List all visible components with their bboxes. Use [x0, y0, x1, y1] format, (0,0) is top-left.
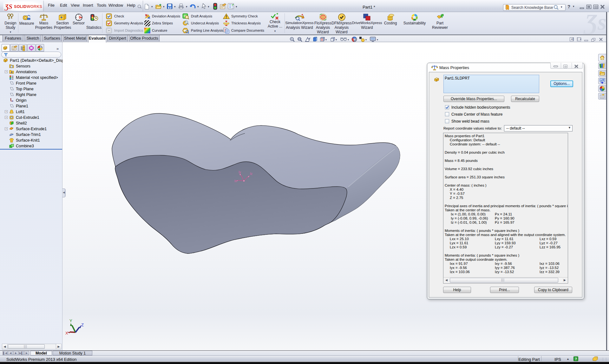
svg-text:Iy: Iy: [239, 170, 241, 174]
svg-text:Iz: Iz: [250, 172, 252, 176]
svg-text:X: X: [65, 331, 68, 335]
svg-text:Z: Z: [81, 322, 84, 327]
svg-text:Ix: Ix: [234, 179, 237, 183]
svg-text:A: A: [11, 71, 13, 74]
svg-text:Y: Y: [69, 318, 72, 323]
